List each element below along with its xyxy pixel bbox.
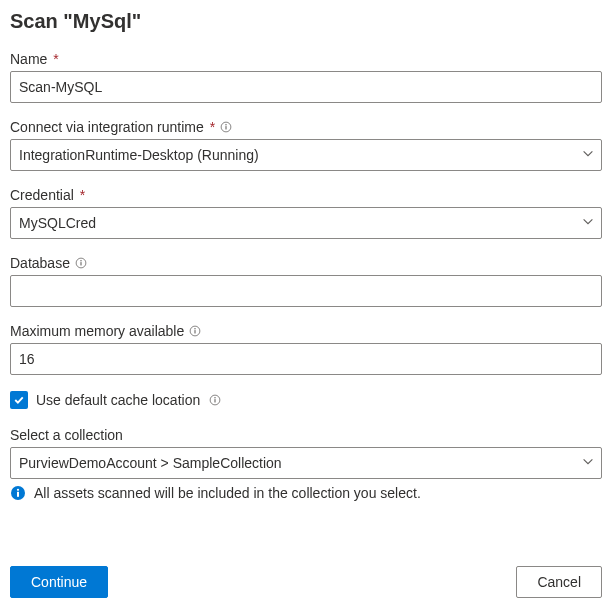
memory-input[interactable] [10, 343, 602, 375]
svg-point-1 [226, 124, 227, 125]
name-input[interactable] [10, 71, 602, 103]
collection-hint: All assets scanned will be included in t… [10, 485, 602, 501]
credential-label: Credential* [10, 187, 602, 203]
collection-value: PurviewDemoAccount > SampleCollection [19, 455, 282, 471]
svg-point-10 [215, 397, 216, 398]
svg-rect-14 [17, 492, 19, 497]
cache-checkbox-row: Use default cache location [10, 391, 602, 409]
page-title: Scan "MySql" [10, 10, 602, 33]
required-mark: * [53, 51, 58, 67]
database-label: Database [10, 255, 602, 271]
required-mark: * [210, 119, 215, 135]
info-icon[interactable] [208, 393, 222, 407]
chevron-down-icon [581, 215, 595, 232]
field-collection: Select a collection PurviewDemoAccount >… [10, 427, 602, 501]
info-icon[interactable] [219, 120, 233, 134]
credential-select[interactable]: MySQLCred [10, 207, 602, 239]
svg-rect-11 [215, 399, 216, 402]
svg-point-13 [17, 489, 19, 491]
footer: Continue Cancel [10, 566, 602, 598]
cache-checkbox[interactable] [10, 391, 28, 409]
cancel-button[interactable]: Cancel [516, 566, 602, 598]
collection-label: Select a collection [10, 427, 602, 443]
svg-point-4 [80, 260, 81, 261]
database-input[interactable] [10, 275, 602, 307]
field-name: Name* [10, 51, 602, 103]
runtime-select[interactable]: IntegrationRuntime-Desktop (Running) [10, 139, 602, 171]
name-label: Name* [10, 51, 602, 67]
svg-rect-8 [195, 330, 196, 333]
runtime-value: IntegrationRuntime-Desktop (Running) [19, 147, 259, 163]
svg-rect-5 [80, 262, 81, 265]
required-mark: * [80, 187, 85, 203]
collection-hint-text: All assets scanned will be included in t… [34, 485, 421, 501]
svg-point-7 [195, 328, 196, 329]
chevron-down-icon [581, 455, 595, 472]
chevron-down-icon [581, 147, 595, 164]
cache-label: Use default cache location [36, 392, 200, 408]
field-database: Database [10, 255, 602, 307]
svg-rect-2 [226, 126, 227, 129]
field-runtime: Connect via integration runtime* Integra… [10, 119, 602, 171]
info-icon[interactable] [74, 256, 88, 270]
info-icon[interactable] [188, 324, 202, 338]
credential-value: MySQLCred [19, 215, 96, 231]
info-icon [10, 485, 26, 501]
memory-label: Maximum memory available [10, 323, 602, 339]
field-credential: Credential* MySQLCred [10, 187, 602, 239]
continue-button[interactable]: Continue [10, 566, 108, 598]
collection-select[interactable]: PurviewDemoAccount > SampleCollection [10, 447, 602, 479]
field-memory: Maximum memory available [10, 323, 602, 375]
runtime-label: Connect via integration runtime* [10, 119, 602, 135]
